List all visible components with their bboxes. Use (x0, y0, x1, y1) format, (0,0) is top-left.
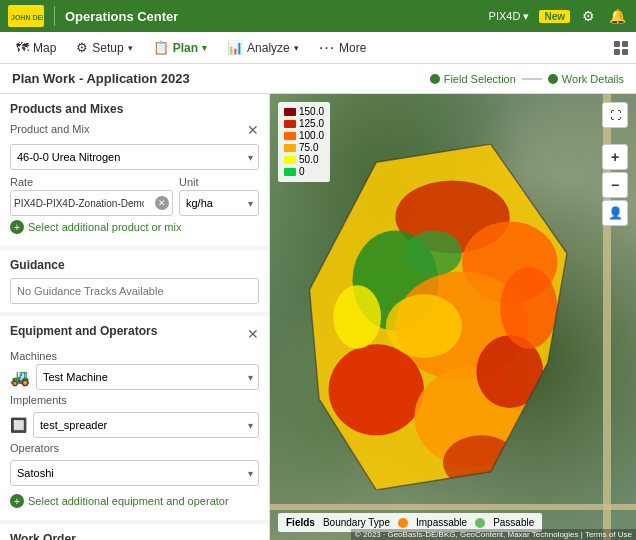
operator-select[interactable]: Satoshi (10, 460, 259, 486)
legend-value-150: 150.0 (299, 106, 324, 117)
step-dot-1 (430, 74, 440, 84)
left-panel: Products and Mixes Product and Mix ✕ 46-… (0, 94, 270, 540)
wizard-bar: Plan Work - Application 2023 Field Selec… (0, 64, 636, 94)
machine-tractor-icon: 🚜 (10, 368, 30, 387)
guidance-title: Guidance (10, 258, 259, 272)
subnav-more[interactable]: ··· More (311, 35, 375, 61)
analyze-icon: 📊 (227, 40, 243, 55)
guidance-section: Guidance (0, 250, 269, 312)
rate-label: Rate (10, 176, 173, 188)
wizard-step-work-details: Work Details (548, 73, 624, 85)
svg-point-12 (405, 231, 462, 277)
add-product-icon: + (10, 220, 24, 234)
operators-label: Operators (10, 442, 259, 454)
plan-dropdown-icon: ▾ (202, 43, 207, 53)
machines-label: Machines (10, 350, 259, 362)
product-mix-label: Product and Mix (10, 123, 89, 135)
app-title: Operations Center (65, 9, 178, 24)
legend-row-100: 100.0 (284, 130, 324, 141)
grid-view-icon[interactable] (614, 41, 628, 55)
unit-label: Unit (179, 176, 259, 188)
step-label-2: Work Details (562, 73, 624, 85)
setup-dropdown-icon: ▾ (128, 43, 133, 53)
nav-divider (54, 6, 55, 26)
bottom-legend-title: Fields (286, 517, 315, 528)
wizard-title: Plan Work - Application 2023 (12, 71, 190, 86)
add-product-link[interactable]: + Select additional product or mix (10, 216, 259, 238)
implement-select[interactable]: test_spreader (33, 412, 259, 438)
legend-value-0: 0 (299, 166, 305, 177)
add-equipment-icon: + (10, 494, 24, 508)
new-badge: New (539, 10, 570, 23)
navbar: JOHN DEERE Operations Center PIX4D ▾ New… (0, 0, 636, 32)
product-select-wrapper: 46-0-0 Urea Nitrogen (10, 144, 259, 170)
product-select[interactable]: 46-0-0 Urea Nitrogen (10, 144, 259, 170)
svg-point-8 (329, 344, 424, 435)
subnav-plan-label: Plan (173, 41, 198, 55)
subnav-analyze[interactable]: 📊 Analyze ▾ (219, 36, 307, 59)
subnav-plan[interactable]: 📋 Plan ▾ (145, 36, 215, 59)
step-connector (522, 78, 542, 80)
equipment-close-button[interactable]: ✕ (247, 326, 259, 342)
legend-color-100 (284, 132, 296, 140)
legend-value-75: 75.0 (299, 142, 318, 153)
product-mix-header: Product and Mix ✕ (10, 122, 259, 138)
map-icon: 🗺 (16, 40, 29, 55)
legend-row-75: 75.0 (284, 142, 324, 153)
svg-point-14 (500, 267, 557, 349)
wizard-step-field-selection: Field Selection (430, 73, 516, 85)
legend-color-150 (284, 108, 296, 116)
passable-label: Passable (493, 517, 534, 528)
legend-value-125: 125.0 (299, 118, 324, 129)
zoom-out-button[interactable]: − (602, 172, 628, 198)
more-icon: ··· (319, 39, 335, 57)
equipment-section: Equipment and Operators ✕ Machines 🚜 Tes… (0, 316, 269, 520)
subnav-analyze-label: Analyze (247, 41, 290, 55)
svg-point-13 (333, 285, 381, 349)
machine-row: 🚜 Test Machine (10, 364, 259, 390)
add-equipment-link[interactable]: + Select additional equipment and operat… (10, 490, 259, 512)
plan-icon: 📋 (153, 40, 169, 55)
rate-col: Rate PIX4D-PIX4D-Zonation-Demo-NDVI-Oper… (10, 176, 173, 216)
rate-input-wrapper: PIX4D-PIX4D-Zonation-Demo-NDVI-Operat...… (10, 190, 173, 216)
operator-select-wrapper: Satoshi (10, 460, 259, 486)
unit-col: Unit kg/ha (179, 176, 259, 216)
bell-icon[interactable]: 🔔 (607, 6, 628, 26)
legend-color-50 (284, 156, 296, 164)
machine-select-wrapper: Test Machine (36, 364, 259, 390)
legend-row-50: 50.0 (284, 154, 324, 165)
operator-row: Satoshi (10, 460, 259, 486)
map-controls: + − 👤 (602, 144, 628, 226)
legend-color-75 (284, 144, 296, 152)
guidance-input[interactable] (10, 278, 259, 304)
legend-value-100: 100.0 (299, 130, 324, 141)
subnav-map[interactable]: 🗺 Map (8, 36, 64, 59)
svg-text:JOHN DEERE: JOHN DEERE (11, 14, 43, 21)
map-legend: 150.0 125.0 100.0 75.0 50.0 (278, 102, 330, 182)
map-attribution: © 2023 · GeoBasIs-DE/BKG, GeoContent, Ma… (351, 529, 636, 540)
legend-color-125 (284, 120, 296, 128)
legend-color-0 (284, 168, 296, 176)
settings-icon[interactable]: ⚙ (580, 6, 597, 26)
logo-area: JOHN DEERE Operations Center (8, 5, 178, 27)
map-expand: ⛶ (602, 102, 628, 128)
products-title: Products and Mixes (10, 102, 259, 116)
step-label-1: Field Selection (444, 73, 516, 85)
legend-row-125: 125.0 (284, 118, 324, 129)
implement-icon: 🔲 (10, 417, 27, 433)
rate-clear-button[interactable]: ✕ (155, 196, 169, 210)
product-close-button[interactable]: ✕ (247, 122, 259, 138)
boundary-label: Boundary Type (323, 517, 390, 528)
rate-input[interactable] (10, 190, 173, 216)
expand-button[interactable]: ⛶ (602, 102, 628, 128)
svg-point-15 (443, 435, 519, 490)
unit-select[interactable]: kg/ha (179, 190, 259, 216)
subnav-setup[interactable]: ⚙ Setup ▾ (68, 36, 140, 59)
user-menu[interactable]: PIX4D ▾ (489, 10, 530, 23)
zoom-in-button[interactable]: + (602, 144, 628, 170)
implement-row: 🔲 test_spreader (10, 412, 259, 438)
implement-select-wrapper: test_spreader (33, 412, 259, 438)
locate-button[interactable]: 👤 (602, 200, 628, 226)
machine-select[interactable]: Test Machine (36, 364, 259, 390)
wizard-steps: Field Selection Work Details (430, 73, 624, 85)
